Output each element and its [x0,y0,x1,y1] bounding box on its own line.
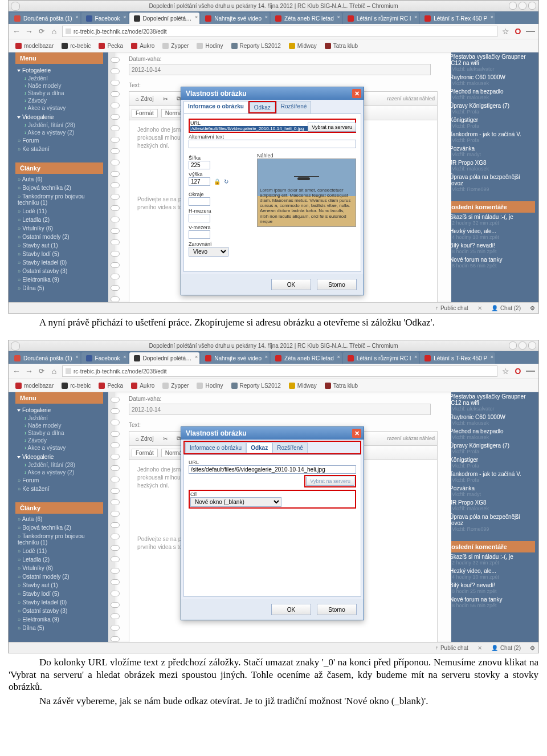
dialog-close-icon[interactable]: ✕ [352,89,361,98]
sidebar-subitem[interactable]: Ježdění [15,414,103,422]
date-input[interactable] [129,404,431,415]
sidebar-subitem[interactable]: Závody [15,437,103,444]
bookmark-item[interactable]: Midway [285,42,320,50]
sidebar-subitem[interactable]: Stavby a dílna [15,90,103,97]
chat-close-icon[interactable]: ✕ [477,305,482,311]
tab-close-icon[interactable]: × [195,354,198,360]
browser-tab[interactable]: Facebook× [81,13,128,24]
cat-videogalerie[interactable]: Videogalerie [15,452,103,461]
sidebar-subitem[interactable]: Stavby a dílna [15,429,103,437]
tab-image-info[interactable]: Informace o obrázku [185,442,246,453]
rside-item[interactable]: Königstiger [443,456,535,463]
sidebar-item[interactable]: Vrtulníky (6) [15,564,103,572]
bookmark-item[interactable]: Midway [285,381,320,390]
tab-close-icon[interactable]: × [414,354,417,360]
sidebar-item[interactable]: Letadla (2) [15,555,103,564]
cancel-button[interactable]: Storno [317,604,357,615]
forward-button[interactable]: → [25,367,34,376]
bookmark-item[interactable]: Tatra klub [321,381,361,390]
bookmark-item[interactable]: Tatra klub [321,42,361,50]
address-bar[interactable]: rc-trebic.jb-technik.cz/node/2038/edit [62,26,497,37]
rside-item[interactable]: Pozvánka [443,484,535,491]
bookmark-item[interactable]: Reporty LS2012 [228,381,284,390]
tab-close-icon[interactable]: × [337,14,340,20]
browser-tab[interactable]: Zéta aneb RC letad× [271,13,342,24]
home-button[interactable]: ⌂ [50,27,59,36]
bookmark-item[interactable]: Hodiny [193,381,226,390]
bookmark-item[interactable]: Reporty LS2012 [228,42,284,50]
rside-item[interactable]: Königstiger [443,116,535,123]
sidebar-item[interactable]: Stavby letadel (0) [15,258,103,267]
sidebar-item[interactable]: Forum [15,136,103,145]
select-on-server-button[interactable]: Vybrat na serveru [308,123,356,132]
target-select[interactable]: Nové okno (_blank) [190,497,281,507]
sidebar-item[interactable]: Stavby lodí (5) [15,250,103,258]
sidebar-item[interactable]: Auta (6) [15,175,103,184]
sidebar-item[interactable]: Ostatní stavby (3) [15,267,103,275]
browser-tab[interactable]: Létání s různými RC l× [343,352,419,364]
bookmark-item[interactable]: Pecka [95,381,126,390]
bookmark-item[interactable]: rc-trebic [58,381,94,390]
sidebar-item[interactable]: Auta (6) [15,515,103,523]
chat-close-icon[interactable]: ✕ [477,645,482,651]
opera-icon[interactable]: O [513,367,522,376]
sidebar-subitem[interactable]: Akce a výstavy (2) [15,469,103,476]
rside-item[interactable]: Nové forum na tanky [443,255,535,263]
ok-button[interactable]: OK [271,604,311,615]
close-window-button[interactable] [528,2,536,10]
rside-item[interactable]: Raytronic C60 1000W [443,73,535,80]
sidebar-subitem[interactable]: Akce a výstavy (2) [15,129,103,136]
browser-tab[interactable]: Doručená pošta (1)× [10,13,80,24]
hamburger-menu-icon[interactable] [526,27,535,36]
browser-tab[interactable]: Létání s T-Rex 450 P× [420,352,495,364]
rside-item[interactable]: Přechod na bezpadlo [443,87,535,95]
sidebar-item[interactable]: Lodě (11) [15,547,103,555]
tab-close-icon[interactable]: × [414,14,417,20]
sidebar-subitem[interactable]: Ježdění, lítání (28) [15,461,103,469]
sidebar-item[interactable]: Ke stažení [15,145,103,153]
sidebar-subitem[interactable]: Závody [15,97,103,104]
tab-close-icon[interactable]: × [265,354,268,360]
sidebar-item[interactable]: Ostatní stavby (3) [15,607,103,615]
home-button[interactable]: ⌂ [50,367,59,376]
rside-item[interactable]: Bílý kouř? nevadí! [443,581,535,588]
bookmark-item[interactable]: modelbazar [12,381,57,390]
sidebar-item[interactable]: Stavby letadel (0) [15,598,103,607]
source-button[interactable]: ⌂ Zdroj [132,434,158,444]
forward-button[interactable]: → [25,27,34,36]
format-select[interactable]: Formát [132,109,158,117]
bookmark-star-icon[interactable]: ☆ [501,27,510,36]
sidebar-subitem[interactable]: Akce a výstavy [15,444,103,452]
height-input[interactable] [189,177,210,186]
cat-fotogalerie[interactable]: Fotogalerie [15,405,103,414]
rside-item[interactable]: Tankodrom - jak to začíná V. [443,470,535,477]
select-on-server-button[interactable]: Vybrat na serveru [306,477,354,486]
tab-advanced[interactable]: Rozšířené [272,442,308,453]
public-chat-button[interactable]: ↑Public chat [432,305,471,311]
tab-link[interactable]: Odkaz [246,442,272,453]
bookmark-star-icon[interactable]: ☆ [501,367,510,376]
rside-item[interactable]: Pozvánka [443,144,535,152]
maximize-button[interactable] [519,2,526,10]
tab-close-icon[interactable]: × [123,354,126,360]
bookmark-item[interactable]: Aukro [128,42,158,50]
sidebar-item[interactable]: Elektronika (9) [15,615,103,624]
sidebar-item[interactable]: Ke stažení [15,485,103,493]
tab-close-icon[interactable]: × [337,354,340,360]
tab-close-icon[interactable]: × [491,14,493,20]
bookmark-item[interactable]: Aukro [128,381,158,390]
sidebar-item[interactable]: Tankodromy pro bojovou techniku (1) [15,192,103,207]
sidebar-subitem[interactable]: Naše modely [15,82,103,90]
back-button[interactable]: ← [12,367,21,376]
bookmark-item[interactable]: rc-trebic [58,42,94,50]
sidebar-item[interactable]: Letadla (2) [15,216,103,224]
browser-tab[interactable]: Létání s různými RC l× [343,13,419,24]
sidebar-item[interactable]: Forum [15,476,103,485]
sidebar-item[interactable]: Stavby aut (1) [15,581,103,590]
rside-item[interactable]: Přestavba vysílačky Graupner MC12 na wif… [443,392,535,406]
reload-button[interactable]: ⟳ [37,367,46,376]
width-input[interactable] [189,161,210,169]
chat-settings-icon[interactable]: ⚙ [530,645,535,651]
maximize-button[interactable] [519,342,526,349]
bookmark-item[interactable]: Hodiny [193,42,226,50]
